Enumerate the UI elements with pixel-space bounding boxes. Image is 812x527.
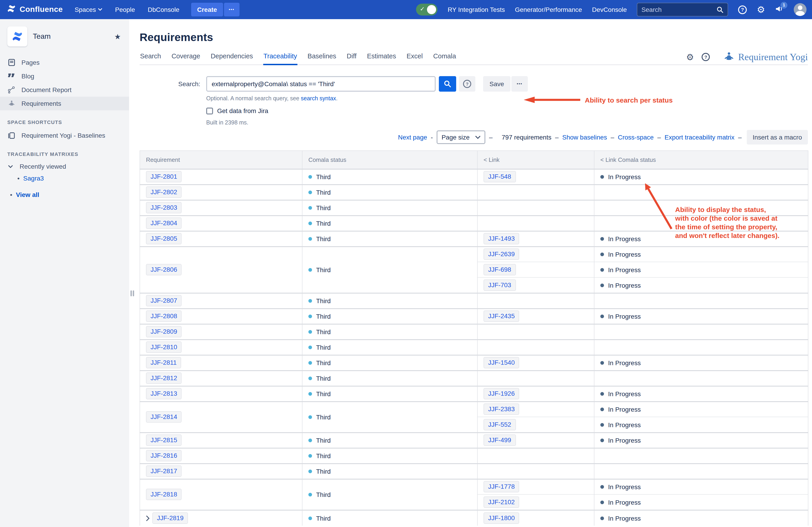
- favorite-star-icon[interactable]: ★: [114, 32, 121, 41]
- requirement-key-lozenge[interactable]: JJF-2639: [483, 249, 519, 260]
- query-input[interactable]: [206, 76, 436, 92]
- requirement-key-lozenge[interactable]: JJF-2808: [146, 311, 182, 322]
- tab-traceability[interactable]: Traceability: [263, 50, 298, 65]
- status-label: Third: [316, 328, 331, 335]
- requirement-key-lozenge[interactable]: JJF-1493: [483, 233, 519, 244]
- help-icon[interactable]: ?: [701, 53, 710, 61]
- requirement-key-lozenge[interactable]: JJF-2818: [146, 489, 182, 500]
- requirement-key-lozenge[interactable]: JJF-2812: [146, 373, 182, 384]
- requirement-key-lozenge[interactable]: JJF-2814: [146, 411, 182, 423]
- settings-gear-icon[interactable]: ⚙: [686, 52, 694, 61]
- status: Third: [308, 390, 331, 397]
- requirement-key-lozenge[interactable]: JJF-2807: [146, 295, 182, 306]
- link-devconsole[interactable]: DevConsole: [592, 6, 627, 13]
- requirement-cell: JJF-2811: [140, 355, 302, 371]
- jira-checkbox[interactable]: [206, 107, 213, 114]
- link-cell: JJF-499: [477, 432, 594, 448]
- sidebar-item-requirements[interactable]: Requirements: [0, 97, 129, 110]
- requirement-key-lozenge[interactable]: JJF-2801: [146, 171, 182, 182]
- save-button[interactable]: Save: [483, 76, 510, 92]
- status-toggle[interactable]: ✓: [416, 4, 438, 15]
- more-actions-button[interactable]: •••: [224, 3, 239, 16]
- tab-excel[interactable]: Excel: [406, 50, 423, 65]
- requirement-key-lozenge[interactable]: JJF-1926: [483, 388, 519, 400]
- tab-estimates[interactable]: Estimates: [366, 50, 396, 65]
- confluence-logo[interactable]: Confluence: [6, 4, 63, 15]
- tab-coverage[interactable]: Coverage: [171, 50, 201, 65]
- link-ry-integration-tests[interactable]: RY Integration Tests: [448, 6, 505, 13]
- requirement-key-lozenge[interactable]: JJF-1800: [483, 512, 519, 524]
- global-search-input[interactable]: [641, 6, 713, 13]
- sidebar-item-pages[interactable]: Pages: [0, 56, 129, 69]
- sidebar-item-blog[interactable]: Blog: [0, 69, 129, 83]
- requirement-key-lozenge[interactable]: JJF-2383: [483, 404, 519, 415]
- create-button[interactable]: Create: [191, 3, 223, 16]
- requirement-key-lozenge[interactable]: JJF-2435: [483, 311, 519, 322]
- search-more-button[interactable]: •••: [511, 76, 528, 92]
- requirement-key-lozenge[interactable]: JJF-499: [483, 435, 516, 446]
- status-label: Third: [316, 297, 331, 304]
- space-name[interactable]: Team: [33, 32, 109, 41]
- tab-dependencies[interactable]: Dependencies: [210, 50, 253, 65]
- status-donut-icon: [600, 439, 604, 442]
- view-all-link[interactable]: View all: [16, 191, 39, 198]
- link-status-cell: [594, 293, 808, 308]
- space-logo[interactable]: [7, 27, 27, 46]
- menu-dbconsole[interactable]: DbConsole: [148, 6, 179, 13]
- requirement-key-lozenge[interactable]: JJF-2809: [146, 326, 182, 337]
- next-page-link[interactable]: Next page: [398, 134, 427, 141]
- menu-people[interactable]: People: [115, 6, 135, 13]
- recent-matrix-link[interactable]: Sagra3: [23, 175, 44, 182]
- requirement-key-lozenge[interactable]: JJF-2816: [146, 450, 182, 461]
- requirement-key-lozenge[interactable]: JJF-1540: [483, 357, 519, 368]
- requirements-count: 797 requirements: [502, 134, 552, 141]
- requirement-key-lozenge[interactable]: JJF-548: [483, 171, 516, 182]
- requirement-key-lozenge[interactable]: JJF-2819: [153, 512, 188, 524]
- link-generator-performance[interactable]: Generator/Performance: [515, 6, 582, 13]
- requirement-key-lozenge[interactable]: JJF-2817: [146, 465, 182, 477]
- requirement-key-lozenge[interactable]: JJF-703: [483, 280, 516, 291]
- expand-chevron-icon[interactable]: [146, 516, 150, 521]
- cross-space-link[interactable]: Cross-space: [618, 134, 654, 141]
- requirement-key-lozenge[interactable]: JJF-698: [483, 264, 516, 275]
- requirement-key-lozenge[interactable]: JJF-2806: [146, 264, 182, 275]
- menu-spaces[interactable]: Spaces: [75, 6, 102, 13]
- table-row: JJF-2817Third: [140, 463, 808, 479]
- tab-baselines[interactable]: Baselines: [307, 50, 337, 65]
- insert-as-macro-button[interactable]: Insert as a macro: [747, 130, 808, 145]
- sidebar-item-document-report[interactable]: Document Report: [0, 83, 129, 97]
- requirement-key-lozenge[interactable]: JJF-2815: [146, 435, 182, 446]
- requirement-key-lozenge[interactable]: JJF-552: [483, 419, 516, 430]
- requirement-key-lozenge[interactable]: JJF-2803: [146, 202, 182, 213]
- announcements-icon[interactable]: 1: [775, 5, 784, 14]
- settings-gear-icon[interactable]: ⚙: [757, 5, 765, 14]
- tab-search[interactable]: Search: [140, 50, 161, 65]
- run-search-button[interactable]: [439, 76, 456, 92]
- requirement-key-lozenge[interactable]: JJF-2813: [146, 388, 182, 400]
- requirement-key-lozenge[interactable]: JJF-2810: [146, 342, 182, 353]
- user-avatar[interactable]: [794, 3, 807, 16]
- page-size-select[interactable]: Page size: [437, 130, 485, 144]
- status: In Progress: [600, 483, 641, 491]
- requirement-key-lozenge[interactable]: JJF-2804: [146, 217, 182, 229]
- requirement-key-lozenge[interactable]: JJF-2811: [146, 357, 181, 368]
- help-icon[interactable]: ?: [738, 5, 747, 14]
- comala-status-cell: Third: [302, 324, 477, 340]
- query-help-button[interactable]: ?: [459, 76, 475, 92]
- requirement-key-lozenge[interactable]: JJF-2802: [146, 186, 182, 198]
- requirement-key-lozenge[interactable]: JJF-2102: [483, 496, 519, 508]
- link-cell: JJF-552: [477, 417, 594, 432]
- export-traceability-matrix-link[interactable]: Export traceability matrix: [665, 134, 735, 141]
- requirement-key-lozenge[interactable]: JJF-1778: [483, 481, 519, 493]
- tab-comala[interactable]: Comala: [433, 50, 456, 65]
- link-status-cell: [594, 340, 808, 355]
- sidebar-item-requirement-yogi-baselines[interactable]: Requirement Yogi - Baselines: [0, 129, 129, 142]
- status: In Progress: [600, 437, 641, 444]
- requirement-key-lozenge[interactable]: JJF-2805: [146, 233, 182, 244]
- tab-diff[interactable]: Diff: [346, 50, 357, 65]
- global-search-box[interactable]: [637, 3, 728, 16]
- status: In Progress: [600, 173, 641, 181]
- search-syntax-link[interactable]: search syntax: [301, 95, 336, 102]
- show-baselines-link[interactable]: Show baselines: [562, 134, 607, 141]
- recently-viewed-toggle[interactable]: Recently viewed: [0, 161, 129, 172]
